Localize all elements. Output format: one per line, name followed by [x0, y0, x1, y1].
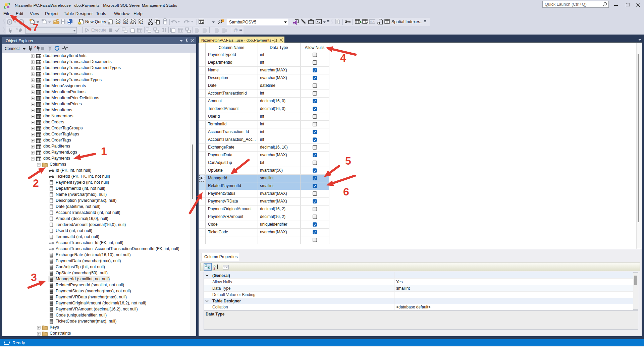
svg-text:1: 1: [101, 145, 107, 157]
svg-text:4: 4: [340, 52, 346, 64]
svg-text:7: 7: [33, 21, 39, 34]
svg-text:6: 6: [343, 186, 349, 198]
svg-text:2: 2: [33, 177, 39, 189]
svg-text:3: 3: [31, 271, 37, 283]
svg-text:5: 5: [345, 155, 351, 167]
